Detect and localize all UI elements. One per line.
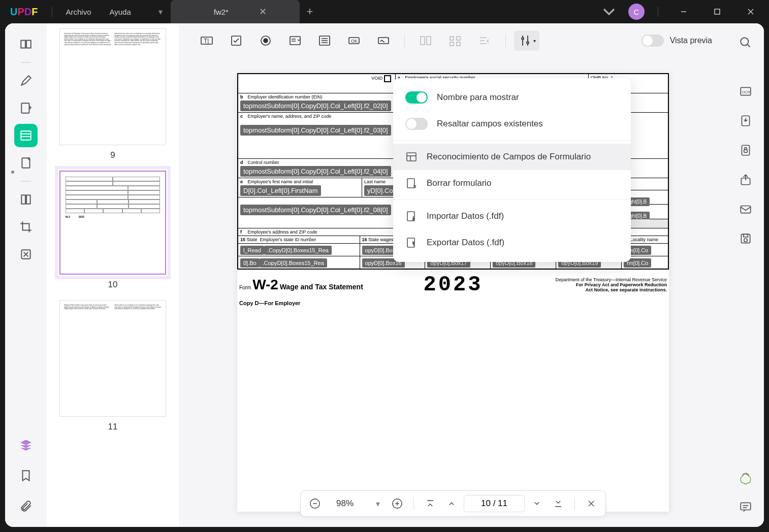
user-avatar[interactable]: C [628,4,645,20]
crop-tool-icon[interactable] [14,215,38,239]
display-name-toggle[interactable] [405,91,428,104]
svg-rect-32 [457,42,460,46]
menu-help[interactable]: Ayuda [101,8,140,16]
redact-tool-icon[interactable] [14,243,38,266]
ai-assistant-icon[interactable] [735,468,756,488]
ocr-icon[interactable]: OCR [735,81,756,102]
radio-button-tool[interactable] [253,30,278,51]
chevron-down-icon[interactable] [599,2,619,22]
email-icon[interactable] [735,199,756,219]
thumbnail-number: 9 [110,150,115,160]
thumbnail-number: 10 [108,280,118,290]
svg-text:T|: T| [204,38,209,45]
zoom-in-button[interactable] [388,494,406,513]
svg-text:OK: OK [351,39,358,44]
menu-recognize-fields[interactable]: Reconocimiento de Campos de Formulario [393,144,631,170]
content-area: T| OK [179,23,727,527]
clear-form-icon [405,177,418,189]
organize-tool-icon[interactable] [14,188,38,211]
button-tool[interactable]: OK [341,30,367,51]
text-field-tool[interactable]: T| [194,30,219,51]
comment-tool-icon[interactable] [14,69,38,92]
bookmark-icon[interactable] [14,464,38,487]
convert-icon[interactable] [735,111,756,131]
zoom-out-button[interactable] [306,494,324,513]
menu-display-name[interactable]: Nombre para mostrar [393,84,631,111]
form-field-label[interactable]: D[0].Col_Left[0].FirstNam [240,185,321,196]
menu-clear-form[interactable]: Borrar formulario [393,170,631,196]
align-tool[interactable] [413,30,438,51]
last-page-button[interactable] [549,494,567,513]
preview-toggle[interactable] [642,35,664,47]
thumbnail-number: 11 [108,422,118,432]
layers-icon[interactable] [14,434,38,457]
svg-rect-45 [407,179,414,188]
form-tool-icon[interactable] [14,124,38,147]
form-field-label[interactable]: topmostSubform[0].CopyD[0].Col_Left[0].f… [240,205,391,215]
import-icon [405,210,418,222]
arrange-tool[interactable] [472,30,497,51]
zoom-dropdown-icon[interactable]: ▾ [371,499,385,509]
menu-highlight-fields[interactable]: Resaltar campos existentes [393,111,631,137]
svg-rect-69 [741,503,751,510]
first-page-button[interactable] [421,494,439,513]
svg-rect-1 [715,9,720,14]
zoom-value: 98% [327,498,368,509]
page-tool-icon[interactable] [14,151,38,175]
svg-rect-62 [742,145,749,155]
edit-tool-icon[interactable] [14,96,38,120]
svg-point-16 [264,39,268,43]
form-tools-menu: Nombre para mostrar Resaltar campos exis… [393,78,631,262]
search-icon[interactable] [735,32,756,53]
highlight-fields-toggle[interactable] [405,118,428,130]
attachment-icon[interactable] [14,494,38,518]
save-icon[interactable] [735,228,756,249]
svg-point-57 [741,38,748,45]
signature-tool[interactable] [371,30,396,51]
close-controls-button[interactable] [582,494,600,513]
checkbox-tool[interactable] [223,30,249,51]
svg-rect-28 [427,37,431,45]
thumbnails-panel: Instructions for Employer Lorem ipsum do… [47,23,179,527]
minimize-button[interactable] [671,8,696,15]
tab-dropdown-icon[interactable]: ▾ [150,0,171,23]
maximize-button[interactable] [705,8,729,15]
next-page-button[interactable] [528,494,546,513]
close-tab-icon[interactable]: ✕ [259,6,267,17]
close-button[interactable] [739,8,763,15]
page-number-input[interactable]: 10 / 11 [464,495,525,512]
menu-export-data[interactable]: Exportar Datos (.fdf) [393,229,631,256]
form-recognition-icon [405,151,418,163]
share-icon[interactable] [735,170,756,190]
listbox-tool[interactable] [312,30,337,51]
svg-rect-29 [450,37,454,40]
svg-text:OCR: OCR [742,90,750,94]
thumbnail-page-11[interactable]: Employee Please Note Lorem ipsum dolor s… [47,300,179,432]
reader-mode-icon[interactable] [14,32,38,56]
svg-line-58 [747,44,750,47]
add-tab-button[interactable]: + [300,0,320,23]
left-sidebar [5,23,47,527]
form-tools-dropdown[interactable]: ▾ [514,30,539,51]
thumbnail-page-10[interactable]: W-2 2023 10 [47,171,179,290]
export-icon [405,237,418,249]
svg-rect-5 [21,131,31,140]
right-sidebar: OCR [727,23,764,527]
document-tab[interactable]: fw2* ✕ [171,0,300,23]
chat-icon[interactable] [735,496,756,517]
form-field-label[interactable]: topmostSubform[0].CopyD[0].Col_Left[0].f… [240,101,391,111]
form-field-label[interactable]: topmostSubform[0].CopyD[0].Col_Left[0].f… [240,166,391,177]
protect-icon[interactable] [735,140,756,160]
svg-rect-42 [407,153,416,161]
preview-label: Vista previa [670,36,712,45]
thumbnail-page-9[interactable]: Instructions for Employer Lorem ipsum do… [47,28,179,160]
menu-import-data[interactable]: Importar Datos (.fdf) [393,203,631,229]
prev-page-button[interactable] [442,494,461,513]
svg-rect-10 [26,195,30,204]
menu-file[interactable]: Archivo [56,8,100,16]
distribute-tool[interactable] [442,30,468,51]
svg-point-36 [522,38,524,40]
svg-rect-30 [457,37,460,40]
form-field-label[interactable]: topmostSubform[0].CopyD[0].Col_Left[0].f… [240,125,391,136]
dropdown-tool[interactable] [282,30,308,51]
